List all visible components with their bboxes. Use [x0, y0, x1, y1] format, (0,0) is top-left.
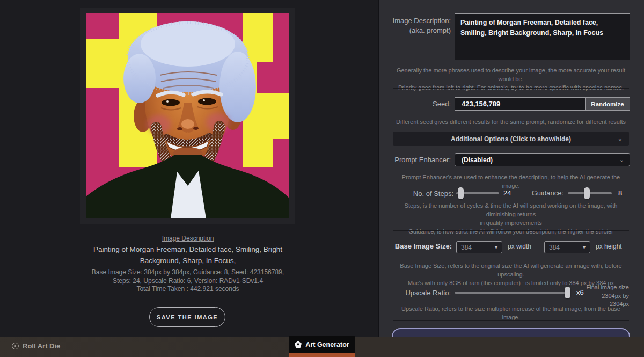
divider — [393, 230, 629, 231]
px-width-label: px width — [508, 243, 531, 250]
caption-text: Painting of Morgan Freeman, Detailed fac… — [59, 244, 317, 266]
divider — [393, 88, 629, 89]
prompt-enhancer-label: Prompt Enhancer: — [392, 155, 451, 165]
settings-panel: Image Description: (aka. prompt) Paintin… — [378, 0, 644, 357]
upscale-label: Upscale Ratio: — [392, 288, 451, 298]
tab-active-indicator — [289, 353, 355, 357]
generated-artwork — [80, 8, 295, 224]
guidance-slider-thumb[interactable] — [584, 187, 590, 199]
guidance-slider-track[interactable] — [568, 192, 612, 194]
morgan-freeman-painting — [86, 13, 289, 218]
px-height-label: px height — [596, 243, 622, 250]
seed-help: Different seed gives different results f… — [393, 118, 629, 126]
seed-row: Randomize — [455, 97, 630, 111]
result-panel: Image Description Painting of Morgan Fre… — [0, 0, 377, 357]
upscale-slider-thumb[interactable] — [565, 287, 570, 298]
app-brand: Roll Art Die — [12, 342, 60, 350]
base-height-value: 384 — [549, 244, 560, 251]
roll-art-die-icon — [12, 343, 19, 349]
prompt-label: Image Description: (aka. prompt) — [392, 16, 451, 35]
steps-value: 24 — [503, 189, 511, 197]
tab-art-generator-label: Art Generator — [305, 341, 349, 348]
meta-line1: Base Image Size: 384px by 384px, Guidanc… — [59, 268, 317, 277]
upscale-slider[interactable] — [455, 287, 570, 298]
app-name: Roll Art Die — [23, 342, 60, 350]
steps-slider[interactable] — [456, 188, 499, 199]
meta-line2: Steps: 24, Upscale Ratio: 6, Version: RA… — [59, 277, 317, 286]
additional-options-label: Additional Options (Click to show/hide) — [451, 135, 571, 143]
chevron-down-icon: ▾ — [583, 244, 586, 250]
chevron-down-icon: ⌄ — [619, 156, 624, 163]
caption-line2: Background, Sharp, In Focus, — [59, 255, 317, 266]
additional-options-toggle[interactable]: Additional Options (Click to show/hide) … — [393, 132, 629, 146]
meta-line3: Total Time Taken : 442.921 seconds — [59, 285, 317, 294]
randomize-button[interactable]: Randomize — [585, 97, 630, 111]
base-width-value: 384 — [461, 244, 472, 251]
steps-label: No. of Steps: — [394, 189, 453, 199]
divider — [393, 320, 629, 321]
seed-input[interactable] — [455, 97, 585, 111]
chevron-down-icon: ▾ — [495, 244, 497, 250]
upscale-value: x6 — [576, 288, 584, 296]
tab-art-generator[interactable]: Art Generator — [289, 336, 355, 357]
caption-line1: Painting of Morgan Freeman, Detailed fac… — [59, 244, 317, 255]
generation-metadata: Base Image Size: 384px by 384px, Guidanc… — [59, 268, 317, 294]
base-width-select[interactable]: 384 ▾ — [456, 241, 502, 253]
prompt-textarea[interactable]: Painting of Morgan Freeman, Detailed fac… — [455, 13, 630, 60]
prompt-enhancer-value: (Disabled) — [462, 156, 493, 164]
upscale-help: Upscale Ratio, refers to the size multip… — [393, 304, 629, 322]
save-image-button[interactable]: SAVE THE IMAGE — [149, 307, 225, 327]
prompt-enhancer-select[interactable]: (Disabled) ⌄ — [455, 153, 630, 166]
base-height-select[interactable]: 384 ▾ — [544, 241, 590, 253]
caption-title: Image Description — [64, 235, 311, 242]
base-size-label: Base Image Size: — [390, 242, 452, 250]
guidance-value: 8 — [618, 189, 622, 197]
upscale-slider-track[interactable] — [455, 292, 570, 294]
app-window: Image Description Painting of Morgan Fre… — [0, 0, 644, 357]
guidance-label: Guidance: — [523, 189, 564, 197]
chevron-down-icon: ⌄ — [618, 135, 623, 142]
guidance-slider[interactable] — [568, 188, 612, 199]
art-generator-icon — [295, 341, 302, 348]
seed-label: Seed: — [392, 99, 451, 109]
steps-slider-thumb[interactable] — [458, 187, 464, 199]
